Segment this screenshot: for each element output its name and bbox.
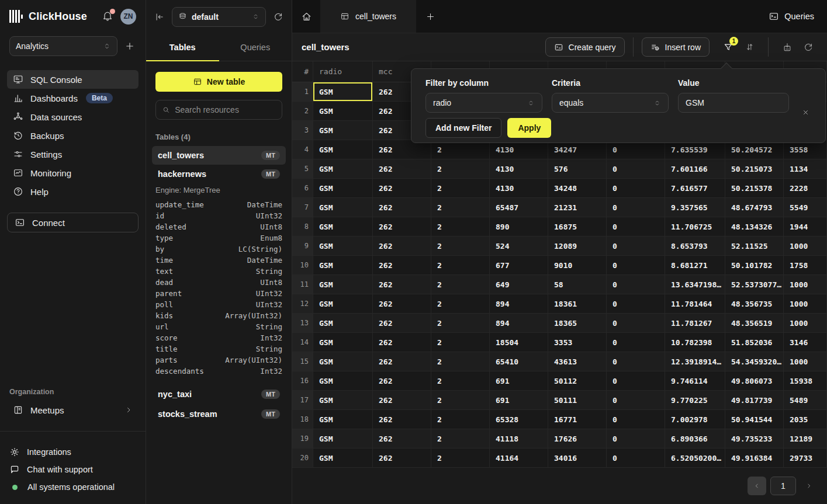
database-select[interactable]: default — [172, 7, 266, 27]
sidebar-item-help[interactable]: Help — [7, 182, 139, 201]
download-button[interactable] — [777, 37, 798, 58]
cell-radio[interactable]: GSM — [313, 294, 373, 314]
cell-lon[interactable]: 13.6347198… — [665, 275, 725, 294]
cell-lat[interactable]: 50.215378 — [725, 179, 784, 198]
cell-unit[interactable]: 0 — [607, 314, 665, 333]
cell-radio[interactable]: GSM — [313, 140, 373, 159]
add-workspace-button[interactable] — [123, 40, 136, 53]
cell-net[interactable]: 2 — [431, 294, 490, 314]
search-input[interactable] — [175, 105, 276, 114]
cell-radio[interactable]: GSM — [313, 371, 373, 391]
home-button[interactable] — [292, 0, 320, 33]
cell-cell[interactable]: 18361 — [548, 294, 607, 314]
cell-radio[interactable]: GSM — [313, 179, 373, 198]
cell-radio[interactable]: GSM — [313, 159, 373, 179]
cell-range[interactable]: 15938 — [784, 371, 827, 391]
cell-lon[interactable]: 11.781267 — [665, 314, 725, 333]
tab-tables[interactable]: Tables — [146, 33, 219, 61]
cell-net[interactable]: 2 — [431, 256, 490, 275]
cell-lat[interactable]: 48.356735 — [725, 294, 784, 314]
current-page-button[interactable]: 1 — [770, 477, 796, 495]
cell-unit[interactable]: 0 — [607, 237, 665, 256]
cell-lat[interactable]: 52.11525 — [725, 237, 784, 256]
cell-radio[interactable]: GSM — [313, 237, 373, 256]
cell-lon[interactable]: 9.746114 — [665, 371, 725, 391]
cell-lon[interactable]: 9.770225 — [665, 391, 725, 410]
cell-cell[interactable]: 43613 — [548, 352, 607, 371]
chat-support-link[interactable]: Chat with support — [9, 461, 136, 478]
cell-lon[interactable]: 11.706725 — [665, 217, 725, 237]
cell-lat[interactable]: 50.215073 — [725, 159, 784, 179]
sidebar-item-data-sources[interactable]: Data sources — [7, 107, 139, 126]
cell-unit[interactable]: 0 — [607, 198, 665, 217]
cell-unit[interactable]: 0 — [607, 333, 665, 352]
cell-area[interactable]: 65410 — [490, 352, 548, 371]
cell-radio[interactable]: GSM — [313, 410, 373, 429]
cell-unit[interactable]: 0 — [607, 352, 665, 371]
cell-radio[interactable]: GSM — [313, 256, 373, 275]
cell-radio[interactable]: GSM — [313, 314, 373, 333]
cell-area[interactable]: 691 — [490, 391, 548, 410]
cell-radio[interactable]: GSM — [313, 352, 373, 371]
cell-lat[interactable]: 48.356519 — [725, 314, 784, 333]
cell-mcc[interactable]: 262 — [373, 410, 431, 429]
cell-net[interactable]: 2 — [431, 237, 490, 256]
table-item-nyc-taxi[interactable]: nyc_taxi MT — [152, 385, 286, 404]
cell-cell[interactable]: 58 — [548, 275, 607, 294]
apply-filter-button[interactable]: Apply — [507, 118, 551, 138]
cell-area[interactable]: 691 — [490, 371, 548, 391]
cell-cell[interactable]: 18365 — [548, 314, 607, 333]
cell-lat[interactable]: 52.5373077… — [725, 275, 784, 294]
avatar[interactable]: ZN — [120, 9, 136, 25]
cell-area[interactable]: 4130 — [490, 159, 548, 179]
cell-cell[interactable]: 3353 — [548, 333, 607, 352]
tab-cell-towers[interactable]: cell_towers — [320, 0, 416, 33]
cell-unit[interactable]: 0 — [607, 294, 665, 314]
cell-radio[interactable]: GSM — [313, 102, 373, 121]
cell-net[interactable]: 2 — [431, 333, 490, 352]
cell-unit[interactable]: 0 — [607, 179, 665, 198]
cell-mcc[interactable]: 262 — [373, 275, 431, 294]
filter-value-field[interactable] — [678, 93, 789, 113]
cell-lat[interactable]: 48.674793 — [725, 198, 784, 217]
cell-mcc[interactable]: 262 — [373, 237, 431, 256]
cell-lat[interactable]: 49.806073 — [725, 371, 784, 391]
cell-radio[interactable]: GSM — [313, 429, 373, 449]
tab-queries[interactable]: Queries — [219, 33, 292, 61]
cell-radio[interactable]: GSM — [313, 217, 373, 237]
table-item-cell-towers[interactable]: cell_towers MT — [152, 146, 286, 165]
cell-area[interactable]: 41118 — [490, 429, 548, 449]
cell-radio[interactable]: GSM — [313, 121, 373, 140]
refresh-table-button[interactable] — [798, 37, 819, 58]
cell-lon[interactable]: 10.782398 — [665, 333, 725, 352]
column-header[interactable]: radio — [313, 61, 373, 82]
cell-lon[interactable]: 9.357565 — [665, 198, 725, 217]
cell-range[interactable]: 1000 — [784, 352, 827, 371]
cell-radio[interactable]: GSM — [313, 449, 373, 468]
add-new-filter-button[interactable]: Add new Filter — [425, 118, 501, 138]
cell-cell[interactable]: 12089 — [548, 237, 607, 256]
cell-mcc[interactable]: 262 — [373, 352, 431, 371]
new-tab-button[interactable] — [416, 0, 444, 33]
cell-lon[interactable]: 6.890366 — [665, 429, 725, 449]
refresh-resources-button[interactable] — [273, 12, 283, 22]
cell-range[interactable]: 1758 — [784, 256, 827, 275]
cell-cell[interactable]: 50112 — [548, 371, 607, 391]
cell-mcc[interactable]: 262 — [373, 179, 431, 198]
cell-lon[interactable]: 7.616577 — [665, 179, 725, 198]
cell-range[interactable]: 1000 — [784, 275, 827, 294]
next-page-button[interactable] — [800, 477, 818, 495]
cell-mcc[interactable]: 262 — [373, 159, 431, 179]
system-status[interactable]: All systems operational — [9, 478, 136, 496]
cell-cell[interactable]: 34248 — [548, 179, 607, 198]
cell-lon[interactable]: 11.781464 — [665, 294, 725, 314]
cell-mcc[interactable]: 262 — [373, 333, 431, 352]
cell-cell[interactable]: 34016 — [548, 449, 607, 468]
cell-lon[interactable]: 7.601166 — [665, 159, 725, 179]
cell-range[interactable]: 1000 — [784, 314, 827, 333]
connect-button[interactable]: Connect — [7, 213, 139, 232]
cell-radio[interactable]: GSM — [313, 333, 373, 352]
cell-mcc[interactable]: 262 — [373, 198, 431, 217]
cell-radio[interactable]: GSM — [313, 198, 373, 217]
cell-area[interactable]: 894 — [490, 294, 548, 314]
